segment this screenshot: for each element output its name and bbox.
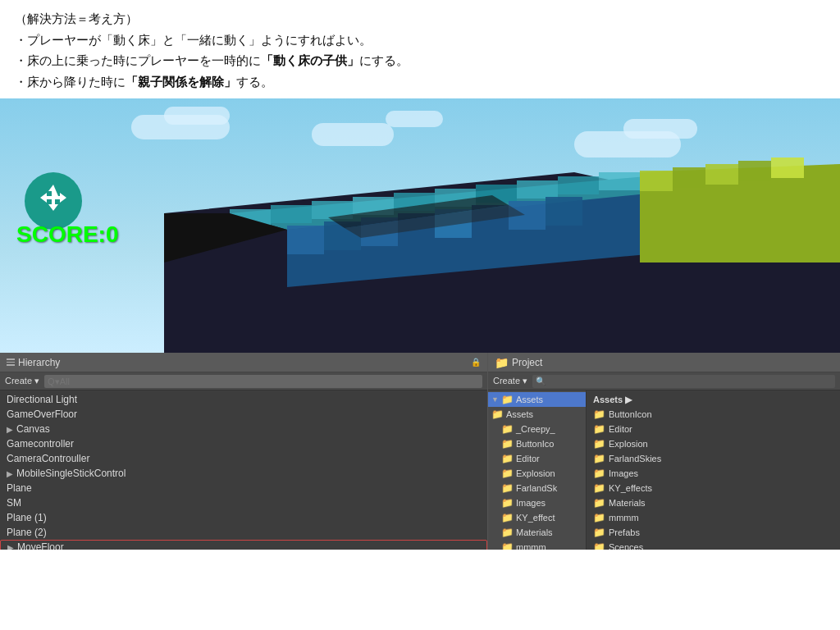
asset-folder-icon: 📁: [593, 512, 605, 523]
folder-label: Explosion: [516, 468, 555, 478]
svg-rect-9: [517, 180, 558, 199]
project-folder-item[interactable]: 📁FarlandSk: [488, 481, 586, 495]
hierarchy-list-item[interactable]: Plane (2): [0, 525, 487, 540]
folder-label: Materials: [516, 527, 553, 537]
hierarchy-list-item[interactable]: CameraControuller: [0, 451, 487, 466]
project-folder-item[interactable]: 📁KY_effect: [488, 510, 586, 525]
asset-folder-icon: 📁: [593, 497, 605, 509]
text-line-4: ・床から降りた時に「親子関係を解除」する。: [15, 71, 825, 93]
project-header: 📁 Project: [488, 353, 840, 372]
project-folder-item[interactable]: 📁Images: [488, 495, 586, 510]
crosshair-arrow-icon: [34, 181, 73, 221]
project-panel: 📁 Project Create ▾ 🔍 ▼📁Assets📁Assets📁_Cr…: [488, 353, 840, 550]
project-folder-item[interactable]: 📁Materials: [488, 525, 586, 540]
svg-rect-10: [558, 176, 599, 194]
hierarchy-list-item[interactable]: Directional Light: [0, 392, 487, 407]
folder-icon-header: 📁: [495, 356, 509, 369]
hierarchy-item-label: SM: [7, 497, 21, 509]
project-content: ▼📁Assets📁Assets📁_Creepy_📁ButtonIco📁Edito…: [488, 390, 840, 550]
hierarchy-list-item[interactable]: Plane (1): [0, 510, 487, 525]
assets-label: Assets: [516, 395, 543, 404]
project-folder-item[interactable]: 📁Explosion: [488, 466, 586, 481]
game-viewport: SCORE:0: [0, 98, 840, 353]
svg-rect-3: [271, 205, 312, 223]
folder-icon: 📁: [501, 468, 514, 479]
hierarchy-create-button[interactable]: Create ▾: [5, 376, 39, 386]
project-search-icon: 🔍: [536, 377, 546, 386]
project-search-box[interactable]: 🔍: [532, 375, 835, 388]
project-asset-item[interactable]: 📁ButtonIcon: [587, 407, 840, 422]
instruction-text-area: （解決方法＝考え方） ・プレーヤーが「動く床」と「一緒に動く」ようにすればよい。…: [0, 0, 840, 98]
asset-label: FarlandSkies: [609, 454, 661, 463]
project-assets-right-header: Assets ▶: [587, 392, 840, 407]
asset-label: ButtonIcon: [609, 409, 652, 419]
folder-icon: 📁: [501, 482, 514, 494]
asset-folder-icon: 📁: [593, 423, 605, 435]
folder-label: mmmm: [516, 542, 546, 550]
platform-svg: [0, 98, 840, 353]
text-line-4-bold: 「親子関係を解除」: [126, 75, 236, 89]
asset-folder-icon: 📁: [593, 482, 605, 494]
text-line-4-prefix: ・床から降りた時に: [15, 75, 126, 89]
hierarchy-header: Hierarchy 🔒: [0, 353, 487, 372]
hierarchy-list-item[interactable]: Plane: [0, 481, 487, 495]
project-create-button[interactable]: Create ▾: [493, 376, 527, 386]
hierarchy-title: Hierarchy: [18, 357, 60, 368]
project-title: Project: [512, 357, 542, 368]
folder-icon: 📁: [501, 527, 514, 538]
project-left-panel: ▼📁Assets📁Assets📁_Creepy_📁ButtonIco📁Edito…: [488, 390, 587, 550]
project-asset-item[interactable]: 📁Explosion: [587, 436, 840, 451]
svg-rect-25: [738, 161, 771, 181]
project-folder-item[interactable]: 📁Editor: [488, 451, 586, 466]
hierarchy-toolbar[interactable]: Create ▾: [0, 372, 487, 390]
asset-folder-icon: 📁: [593, 438, 605, 450]
text-line-3-bold: 「動く床の子供」: [261, 53, 359, 67]
hierarchy-panel: Hierarchy 🔒 Create ▾ Directional LightGa…: [0, 353, 488, 550]
project-toolbar[interactable]: Create ▾ 🔍: [488, 372, 840, 390]
hierarchy-arrow-icon: ▶: [7, 543, 14, 550]
project-asset-item[interactable]: 📁Editor: [587, 422, 840, 436]
hierarchy-item-label: Directional Light: [7, 394, 77, 405]
project-asset-item[interactable]: 📁Prefabs: [587, 525, 840, 540]
project-asset-item[interactable]: 📁Scences: [587, 540, 840, 550]
text-line-3-prefix: ・床の上に乗った時にプレーヤーを一時的に: [15, 53, 261, 67]
project-asset-item[interactable]: 📁FarlandSkies: [587, 451, 840, 466]
asset-folder-icon: 📁: [593, 527, 605, 538]
hierarchy-list-item[interactable]: ▶ MobileSingleStickControl: [0, 466, 487, 481]
project-asset-item[interactable]: 📁Images: [587, 466, 840, 481]
hierarchy-search-input[interactable]: [44, 375, 482, 388]
folder-label: Assets: [506, 409, 533, 419]
project-folder-item[interactable]: 📁ButtonIco: [488, 436, 586, 451]
folder-icon: 📁: [501, 541, 514, 550]
hierarchy-item-label: Plane (2): [7, 527, 47, 538]
text-line-2: ・プレーヤーが「動く床」と「一緒に動く」ようにすればよい。: [15, 30, 825, 51]
project-assets-root[interactable]: ▼📁Assets: [488, 392, 586, 407]
hierarchy-item-label: Canvas: [16, 423, 50, 435]
svg-rect-23: [673, 167, 705, 188]
project-asset-item[interactable]: 📁mmmm: [587, 510, 840, 525]
project-folder-item[interactable]: 📁_Creepy_: [488, 422, 586, 436]
asset-label: KY_effects: [609, 483, 652, 493]
hierarchy-menu-icon: [7, 358, 15, 366]
asset-label: Scences: [609, 542, 643, 550]
project-folder-item[interactable]: 📁mmmm: [488, 540, 586, 550]
project-folder-item[interactable]: 📁Assets: [488, 407, 586, 422]
hierarchy-list-item[interactable]: GameOverFloor: [0, 407, 487, 422]
asset-label: mmmm: [609, 513, 639, 523]
asset-folder-icon: 📁: [593, 468, 605, 479]
project-asset-item[interactable]: 📁KY_effects: [587, 481, 840, 495]
lock-icon: 🔒: [471, 358, 481, 367]
asset-label: Prefabs: [609, 527, 640, 537]
text-line-3: ・床の上に乗った時にプレーヤーを一時的に「動く床の子供」にする。: [15, 50, 825, 71]
hierarchy-list-item[interactable]: ▶ MoveFloor: [0, 540, 487, 550]
hierarchy-list-item[interactable]: Gamecontroller: [0, 436, 487, 451]
asset-folder-icon: 📁: [593, 453, 605, 464]
svg-rect-26: [771, 158, 804, 178]
project-asset-item[interactable]: 📁Materials: [587, 495, 840, 510]
hierarchy-list-item[interactable]: ▶ Canvas: [0, 422, 487, 436]
folder-icon: 📁: [501, 438, 514, 450]
hierarchy-list-item[interactable]: SM: [0, 495, 487, 510]
hierarchy-item-label: Gamecontroller: [7, 438, 74, 450]
score-display: SCORE:0: [16, 221, 118, 248]
asset-label: Editor: [609, 424, 632, 434]
